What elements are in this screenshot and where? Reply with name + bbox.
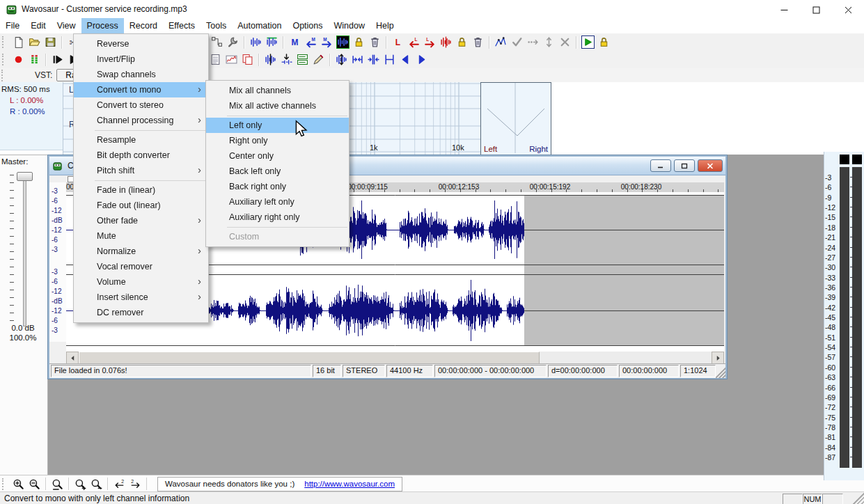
record-icon[interactable] — [10, 52, 26, 68]
menu-help[interactable]: Help — [370, 18, 400, 33]
toolbar-grip[interactable] — [1, 70, 8, 81]
master-slider-thumb[interactable] — [17, 172, 33, 181]
menu-item-fade-in-linear-[interactable]: Fade in (linear) — [74, 182, 208, 198]
new-file-icon[interactable] — [10, 35, 26, 50]
wave-insert-icon[interactable] — [262, 52, 278, 68]
menu-item-pitch-shift[interactable]: Pitch shift› — [74, 163, 208, 178]
zoom-in-small-icon[interactable] — [72, 476, 88, 491]
doc-resize-grip[interactable] — [716, 364, 725, 378]
menu-view[interactable]: View — [52, 18, 81, 33]
menu-edit[interactable]: Edit — [25, 18, 52, 33]
scroll-left-x2-icon[interactable]: 2 — [111, 476, 127, 491]
menu-item-resample[interactable]: Resample — [74, 132, 208, 148]
wave-expand-icon[interactable] — [333, 52, 349, 68]
marker-wave-loop-icon[interactable] — [264, 35, 280, 50]
menu-item-auxiliary-left-only[interactable]: Auxiliary left only — [206, 194, 349, 210]
menu-item-center-only[interactable]: Center only — [206, 148, 349, 164]
zoom-in-icon[interactable] — [10, 476, 26, 491]
stats-wave-icon[interactable] — [223, 52, 239, 68]
menu-item-bit-depth-converter[interactable]: Bit depth converter — [74, 148, 208, 163]
toolbar-grip[interactable] — [2, 36, 8, 48]
toolbar-grip[interactable] — [2, 54, 8, 65]
copy-pages-icon[interactable] — [239, 52, 256, 68]
menu-item-volume[interactable]: Volume› — [74, 274, 208, 290]
menu-item-convert-to-stereo[interactable]: Convert to stereo — [74, 97, 208, 113]
menu-file[interactable]: File — [0, 18, 25, 33]
menu-record[interactable]: Record — [124, 18, 163, 33]
envelope-clear-icon[interactable] — [557, 35, 573, 50]
node-editor-icon[interactable] — [209, 35, 225, 50]
pencil-edit-icon[interactable] — [311, 52, 327, 68]
clip-indicator-left[interactable] — [840, 155, 849, 164]
menu-item-invert-flip[interactable]: Invert/Flip — [74, 52, 208, 67]
menu-item-vocal-remover[interactable]: Vocal remover — [74, 259, 208, 274]
play-from-start-icon[interactable] — [49, 52, 65, 68]
doc-restore-button[interactable] — [674, 159, 695, 172]
window-resize-grip[interactable] — [853, 493, 864, 504]
envelope-points-icon[interactable] — [525, 35, 541, 50]
envelope-vertical-icon[interactable] — [541, 35, 557, 50]
wrench-icon[interactable] — [225, 35, 241, 50]
monitor-icon[interactable] — [26, 52, 42, 68]
loop-wave-icon[interactable] — [438, 35, 454, 50]
clip-indicator-right[interactable] — [852, 155, 862, 164]
menu-item-right-only[interactable]: Right only — [206, 133, 349, 148]
menu-item-left-only[interactable]: Left only — [206, 118, 349, 133]
menu-item-mix-all-channels[interactable]: Mix all channels — [206, 83, 349, 98]
loop-delete-icon[interactable] — [470, 35, 486, 50]
menu-item-other-fade[interactable]: Other fade› — [74, 213, 208, 228]
menu-item-convert-to-mono[interactable]: Convert to mono› — [74, 82, 208, 97]
menu-item-back-left-only[interactable]: Back left only — [206, 164, 349, 179]
toolbar-grip[interactable] — [2, 478, 8, 490]
menu-item-reverse[interactable]: Reverse — [74, 36, 208, 52]
menu-options[interactable]: Options — [287, 18, 328, 33]
menu-item-channel-processing[interactable]: Channel processing› — [74, 113, 208, 128]
envelope-apply-icon[interactable] — [509, 35, 525, 50]
menu-item-back-right-only[interactable]: Back right only — [206, 179, 349, 194]
wave-shrink-alt-icon[interactable] — [366, 52, 382, 68]
scroll-right-x2-icon[interactable]: 2 — [127, 476, 143, 491]
horizontal-scrollbar[interactable] — [66, 352, 724, 363]
marker-play-icon[interactable] — [335, 35, 351, 50]
menu-process[interactable]: Process — [81, 18, 124, 33]
menu-item-insert-silence[interactable]: Insert silence› — [74, 290, 208, 305]
loop-next-icon[interactable]: L — [422, 35, 438, 50]
nav-prev-icon[interactable] — [398, 52, 414, 68]
menu-item-normalize[interactable]: Normalize› — [74, 244, 208, 259]
menu-item-dc-remover[interactable]: DC remover — [74, 305, 208, 320]
doc-close-button[interactable] — [698, 159, 723, 172]
marker-wave-icon[interactable] — [248, 35, 264, 50]
marker-delete-icon[interactable] — [367, 35, 383, 50]
menu-item-mix-all-active-channels[interactable]: Mix all active channels — [206, 98, 349, 113]
marker-lock-icon[interactable] — [351, 35, 367, 50]
zoom-out-small-icon[interactable] — [88, 476, 104, 491]
envelope-lock-icon[interactable] — [596, 35, 612, 50]
menu-effects[interactable]: Effects — [163, 18, 201, 33]
menu-item-swap-channels[interactable]: Swap channels — [74, 67, 208, 82]
master-slider-track[interactable] — [23, 172, 26, 326]
wave-shrink-icon[interactable] — [349, 52, 366, 68]
envelope-play-icon[interactable] — [580, 35, 596, 50]
marker-m-icon[interactable]: M — [287, 35, 303, 50]
menu-item-mute[interactable]: Mute — [74, 228, 208, 244]
wavosaur-website-link[interactable]: http://www.wavosaur.com — [304, 480, 395, 488]
open-folder-icon[interactable] — [26, 35, 42, 50]
loop-lock-icon[interactable] — [454, 35, 470, 50]
menu-tools[interactable]: Tools — [201, 18, 232, 33]
save-file-icon[interactable] — [42, 35, 58, 50]
paste-doc-icon[interactable] — [207, 52, 223, 68]
nav-next-icon[interactable] — [414, 52, 430, 68]
loop-l-icon[interactable]: L — [390, 35, 406, 50]
minimize-button[interactable] — [768, 0, 800, 19]
menu-window[interactable]: Window — [329, 18, 370, 33]
maximize-button[interactable] — [800, 0, 832, 19]
menu-item-auxiliary-right-only[interactable]: Auxiliary right only — [206, 210, 349, 225]
marker-next-icon[interactable]: M — [319, 35, 335, 50]
zoom-out-icon[interactable] — [26, 476, 42, 491]
close-button[interactable] — [832, 0, 864, 19]
batch-list-icon[interactable] — [294, 52, 311, 68]
zoom-selection-icon[interactable] — [49, 476, 65, 491]
wave-fit-icon[interactable] — [382, 52, 398, 68]
menu-item-fade-out-linear-[interactable]: Fade out (linear) — [74, 198, 208, 213]
wave-drop-icon[interactable] — [278, 52, 294, 68]
